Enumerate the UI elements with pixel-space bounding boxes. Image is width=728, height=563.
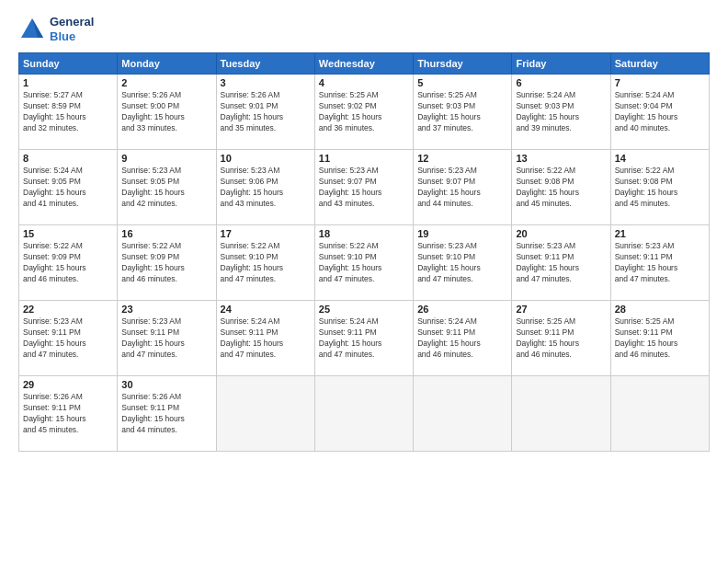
day-number: 17: [221, 228, 311, 239]
day-info: Sunrise: 5:23 AMSunset: 9:11 PMDaylight:…: [23, 316, 113, 361]
calendar-cell: 17 Sunrise: 5:22 AMSunset: 9:10 PMDaylig…: [216, 225, 314, 301]
day-info: Sunrise: 5:25 AMSunset: 9:03 PMDaylight:…: [417, 90, 507, 134]
day-number: 30: [121, 379, 211, 390]
calendar-cell: 8 Sunrise: 5:24 AMSunset: 9:05 PMDayligh…: [19, 150, 118, 225]
day-number: 1: [23, 77, 113, 88]
logo-icon: [18, 16, 46, 43]
day-info: Sunrise: 5:22 AMSunset: 9:08 PMDaylight:…: [516, 166, 606, 210]
day-number: 21: [615, 228, 705, 239]
calendar-cell: 4 Sunrise: 5:25 AMSunset: 9:02 PMDayligh…: [314, 75, 413, 150]
calendar-week-2: 15 Sunrise: 5:22 AMSunset: 9:09 PMDaylig…: [19, 225, 710, 301]
day-number: 2: [121, 77, 211, 88]
calendar-cell: 27 Sunrise: 5:25 AMSunset: 9:11 PMDaylig…: [512, 301, 610, 376]
calendar-table: SundayMondayTuesdayWednesdayThursdayFrid…: [18, 52, 710, 452]
header: General Blue: [18, 15, 710, 43]
day-info: Sunrise: 5:22 AMSunset: 9:10 PMDaylight:…: [221, 241, 311, 285]
calendar-cell: 24 Sunrise: 5:24 AMSunset: 9:11 PMDaylig…: [216, 301, 314, 376]
calendar-cell: 25 Sunrise: 5:24 AMSunset: 9:11 PMDaylig…: [314, 301, 413, 376]
day-number: 29: [23, 379, 113, 390]
calendar-cell: 16 Sunrise: 5:22 AMSunset: 9:09 PMDaylig…: [118, 225, 216, 301]
weekday-header-friday: Friday: [512, 53, 610, 75]
day-number: 5: [417, 77, 507, 88]
calendar-cell: [610, 376, 709, 452]
calendar-cell: 15 Sunrise: 5:22 AMSunset: 9:09 PMDaylig…: [19, 225, 118, 301]
day-number: 20: [516, 228, 606, 239]
weekday-header-thursday: Thursday: [414, 53, 512, 75]
day-info: Sunrise: 5:23 AMSunset: 9:05 PMDaylight:…: [121, 166, 211, 210]
day-number: 16: [121, 228, 211, 239]
logo-text: General Blue: [50, 15, 94, 43]
day-number: 8: [23, 153, 113, 164]
day-number: 3: [221, 77, 311, 88]
calendar-cell: 11 Sunrise: 5:23 AMSunset: 9:07 PMDaylig…: [314, 150, 413, 225]
weekday-header-saturday: Saturday: [610, 53, 709, 75]
calendar-cell: 14 Sunrise: 5:22 AMSunset: 9:08 PMDaylig…: [610, 150, 709, 225]
calendar-cell: 7 Sunrise: 5:24 AMSunset: 9:04 PMDayligh…: [610, 75, 709, 150]
calendar-cell: [314, 376, 413, 452]
calendar-week-0: 1 Sunrise: 5:27 AMSunset: 8:59 PMDayligh…: [19, 75, 710, 150]
calendar-cell: 5 Sunrise: 5:25 AMSunset: 9:03 PMDayligh…: [414, 75, 512, 150]
day-number: 27: [516, 304, 606, 315]
calendar-cell: [414, 376, 512, 452]
day-info: Sunrise: 5:24 AMSunset: 9:04 PMDaylight:…: [615, 90, 705, 134]
calendar-cell: 2 Sunrise: 5:26 AMSunset: 9:00 PMDayligh…: [118, 75, 216, 150]
day-info: Sunrise: 5:23 AMSunset: 9:11 PMDaylight:…: [121, 316, 211, 361]
day-number: 11: [319, 153, 409, 164]
day-info: Sunrise: 5:22 AMSunset: 9:09 PMDaylight:…: [121, 241, 211, 285]
page: General Blue SundayMondayTuesdayWednesda…: [0, 0, 728, 563]
day-info: Sunrise: 5:24 AMSunset: 9:03 PMDaylight:…: [516, 90, 606, 134]
calendar-cell: 23 Sunrise: 5:23 AMSunset: 9:11 PMDaylig…: [118, 301, 216, 376]
day-number: 18: [319, 228, 409, 239]
calendar-week-1: 8 Sunrise: 5:24 AMSunset: 9:05 PMDayligh…: [19, 150, 710, 225]
calendar-cell: 19 Sunrise: 5:23 AMSunset: 9:10 PMDaylig…: [414, 225, 512, 301]
day-info: Sunrise: 5:23 AMSunset: 9:10 PMDaylight:…: [417, 241, 507, 285]
day-info: Sunrise: 5:26 AMSunset: 9:01 PMDaylight:…: [221, 90, 311, 134]
day-number: 23: [121, 304, 211, 315]
day-info: Sunrise: 5:24 AMSunset: 9:11 PMDaylight:…: [319, 316, 409, 361]
calendar-cell: 30 Sunrise: 5:26 AMSunset: 9:11 PMDaylig…: [118, 376, 216, 452]
weekday-header-sunday: Sunday: [19, 53, 118, 75]
day-info: Sunrise: 5:22 AMSunset: 9:09 PMDaylight:…: [23, 241, 113, 285]
calendar-cell: 20 Sunrise: 5:23 AMSunset: 9:11 PMDaylig…: [512, 225, 610, 301]
day-info: Sunrise: 5:25 AMSunset: 9:02 PMDaylight:…: [319, 90, 409, 134]
logo: General Blue: [18, 15, 94, 43]
day-info: Sunrise: 5:23 AMSunset: 9:06 PMDaylight:…: [221, 166, 311, 210]
day-info: Sunrise: 5:25 AMSunset: 9:11 PMDaylight:…: [516, 316, 606, 361]
weekday-header-monday: Monday: [118, 53, 216, 75]
calendar-cell: [512, 376, 610, 452]
day-info: Sunrise: 5:26 AMSunset: 9:00 PMDaylight:…: [121, 90, 211, 134]
day-info: Sunrise: 5:22 AMSunset: 9:08 PMDaylight:…: [615, 166, 705, 210]
calendar-week-3: 22 Sunrise: 5:23 AMSunset: 9:11 PMDaylig…: [19, 301, 710, 376]
calendar-cell: 1 Sunrise: 5:27 AMSunset: 8:59 PMDayligh…: [19, 75, 118, 150]
calendar-cell: 13 Sunrise: 5:22 AMSunset: 9:08 PMDaylig…: [512, 150, 610, 225]
day-number: 12: [417, 153, 507, 164]
calendar-cell: 12 Sunrise: 5:23 AMSunset: 9:07 PMDaylig…: [414, 150, 512, 225]
calendar-cell: [216, 376, 314, 452]
day-number: 4: [319, 77, 409, 88]
calendar-cell: 26 Sunrise: 5:24 AMSunset: 9:11 PMDaylig…: [414, 301, 512, 376]
weekday-header-tuesday: Tuesday: [216, 53, 314, 75]
calendar-cell: 6 Sunrise: 5:24 AMSunset: 9:03 PMDayligh…: [512, 75, 610, 150]
day-info: Sunrise: 5:23 AMSunset: 9:07 PMDaylight:…: [417, 166, 507, 210]
day-number: 13: [516, 153, 606, 164]
calendar-cell: 22 Sunrise: 5:23 AMSunset: 9:11 PMDaylig…: [19, 301, 118, 376]
day-number: 15: [23, 228, 113, 239]
calendar-cell: 18 Sunrise: 5:22 AMSunset: 9:10 PMDaylig…: [314, 225, 413, 301]
day-info: Sunrise: 5:27 AMSunset: 8:59 PMDaylight:…: [23, 90, 113, 134]
day-number: 9: [121, 153, 211, 164]
day-number: 25: [319, 304, 409, 315]
day-number: 26: [417, 304, 507, 315]
day-number: 19: [417, 228, 507, 239]
day-info: Sunrise: 5:24 AMSunset: 9:11 PMDaylight:…: [221, 316, 311, 361]
day-info: Sunrise: 5:25 AMSunset: 9:11 PMDaylight:…: [615, 316, 705, 361]
calendar-cell: 28 Sunrise: 5:25 AMSunset: 9:11 PMDaylig…: [610, 301, 709, 376]
day-info: Sunrise: 5:23 AMSunset: 9:11 PMDaylight:…: [516, 241, 606, 285]
calendar-week-4: 29 Sunrise: 5:26 AMSunset: 9:11 PMDaylig…: [19, 376, 710, 452]
day-info: Sunrise: 5:22 AMSunset: 9:10 PMDaylight:…: [319, 241, 409, 285]
day-number: 14: [615, 153, 705, 164]
day-info: Sunrise: 5:24 AMSunset: 9:05 PMDaylight:…: [23, 166, 113, 210]
day-info: Sunrise: 5:26 AMSunset: 9:11 PMDaylight:…: [121, 392, 211, 436]
weekday-header-wednesday: Wednesday: [314, 53, 413, 75]
day-number: 22: [23, 304, 113, 315]
day-number: 6: [516, 77, 606, 88]
